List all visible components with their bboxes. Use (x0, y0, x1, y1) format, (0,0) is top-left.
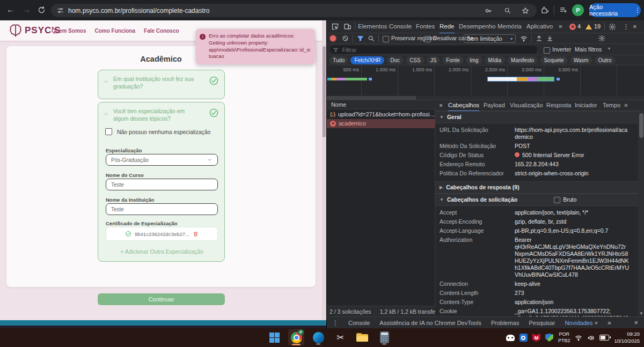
password-key-icon[interactable] (485, 7, 492, 14)
continuar-button[interactable]: Continuar (98, 293, 225, 305)
chevron-up-icon[interactable] (103, 111, 109, 117)
no-spec-row[interactable]: Não possuo nenhuma especialização (105, 128, 210, 135)
tab-desempenho[interactable]: Desempenho (459, 20, 495, 33)
raw-headers-label[interactable]: Bruto (563, 194, 576, 205)
devtools-close-icon[interactable]: × (633, 23, 637, 31)
details-scrollbar-thumb[interactable] (639, 113, 643, 138)
certificado-file-chip[interactable]: 9b41c236242dc3eb27... (106, 227, 218, 241)
chip-doc[interactable]: Doc (386, 56, 404, 64)
add-especializacao-link[interactable]: + Adicionar Outra Especialização (98, 248, 225, 255)
drawer-more-icon[interactable]: » (608, 319, 611, 327)
tab-rede[interactable]: Rede (440, 20, 455, 34)
wifi-tray-icon[interactable] (575, 334, 582, 342)
chip-js[interactable]: JS (427, 56, 441, 64)
network-search-icon[interactable] (368, 35, 375, 42)
battery-tray-icon[interactable] (599, 335, 609, 341)
filter-input-wrap[interactable] (330, 46, 537, 54)
nav-fale-conosco[interactable]: Fale Conosco (144, 28, 179, 34)
scroll-down-arrow-icon[interactable]: ▼ (639, 311, 643, 316)
tab-console[interactable]: Console (389, 20, 412, 33)
nav-quem-somos[interactable]: Quem Somos (52, 28, 86, 34)
nav-como-funciona[interactable]: Como Funciona (94, 28, 135, 34)
drawer-close-icon[interactable]: × (634, 319, 638, 327)
anydesk-tray-icon[interactable] (519, 334, 528, 342)
forward-icon[interactable]: → (23, 5, 31, 14)
close-details-icon[interactable]: × (439, 102, 443, 109)
zoom-icon[interactable] (504, 7, 511, 14)
language-indicator[interactable]: POR PTB2 (558, 331, 570, 344)
file-explorer-icon[interactable] (354, 329, 370, 345)
bookmark-star-icon[interactable] (522, 7, 529, 14)
invert-checkbox[interactable] (544, 47, 550, 54)
chrome-taskbar-icon[interactable]: P (288, 329, 304, 345)
chevron-down-icon[interactable] (103, 79, 109, 85)
warning-badge-icon[interactable] (586, 24, 592, 29)
page-scrollbar-thumb[interactable] (323, 46, 326, 137)
drawer-kebab-icon[interactable]: ⋮ (332, 319, 339, 327)
network-conditions-icon[interactable] (520, 35, 528, 42)
preserve-log-checkbox[interactable] (383, 36, 389, 42)
drawer-pesquisar[interactable]: Pesquisar (529, 320, 555, 326)
chip-tudo[interactable]: Tudo (329, 56, 348, 64)
more-filters-arrow-icon[interactable]: ▾ (608, 46, 610, 51)
instituicao-input[interactable] (106, 203, 218, 215)
action-needed-button[interactable]: Ação necessária ⋮ (589, 3, 641, 17)
tab-resposta[interactable]: Resposta (546, 100, 571, 110)
record-icon[interactable] (330, 35, 336, 41)
waterfall-bar-academico[interactable] (487, 77, 554, 82)
tab-memoria[interactable]: Memória (497, 20, 522, 33)
curso-input[interactable] (106, 179, 218, 190)
error-count[interactable]: 4 (577, 23, 581, 29)
start-button[interactable] (266, 329, 282, 345)
request-row-upload[interactable]: {;} upload?id=271&bucket=hom-profissio..… (327, 110, 435, 119)
section-request-headers[interactable]: ▼ Cabeçalhos de solicitação Bruto (435, 194, 638, 206)
more-tabs-icon[interactable]: » (559, 20, 562, 33)
warning-count[interactable]: 19 (594, 23, 601, 29)
network-settings-gear-icon[interactable] (598, 35, 605, 42)
timeline-scroll-thumb[interactable] (327, 96, 416, 100)
edge-taskbar-icon[interactable] (310, 329, 326, 345)
invert-label[interactable]: Inverter (552, 46, 572, 53)
url-bar[interactable]: hom.psycs.com.br/profissional/complete-c… (51, 4, 537, 17)
discord-tray-icon[interactable] (506, 335, 515, 341)
accordion-especializacao-question[interactable]: Você tem especialização em algum desses … (113, 107, 198, 122)
chip-outro[interactable]: Outro (595, 56, 616, 64)
tab-tempo[interactable]: Tempo (603, 100, 620, 110)
devtools-settings-gear-icon[interactable] (609, 23, 616, 31)
especializacao-select[interactable]: Pós-Graduação (106, 154, 218, 166)
drawer-novidades-close-icon[interactable]: × (594, 320, 597, 326)
tab-visualizacao[interactable]: Visualização (510, 100, 543, 110)
reading-list-icon[interactable] (559, 6, 567, 14)
waterfall-bar-upload[interactable] (327, 78, 372, 80)
volume-tray-icon[interactable] (587, 334, 595, 342)
more-filters-label[interactable]: Mais filtros (575, 46, 602, 53)
section-geral[interactable]: ▼ Geral (435, 111, 638, 123)
network-overview-timeline[interactable]: 500 ms 1.000 ms 1.500 ms 2.000 ms 2.500 … (327, 65, 644, 100)
raw-headers-checkbox[interactable] (554, 197, 560, 203)
calculator-icon[interactable] (376, 329, 392, 345)
snipping-tool-icon[interactable]: ✂ (332, 329, 348, 345)
chip-fonte[interactable]: Fonte (442, 56, 464, 64)
chip-wasm[interactable]: Wasm (570, 56, 592, 64)
column-header-nome[interactable]: Nome (327, 100, 435, 109)
back-icon[interactable]: ← (6, 5, 14, 14)
chip-fetch-xhr[interactable]: Fetch/XHR (350, 56, 384, 64)
drawer-novidades[interactable]: Novidades × (565, 320, 597, 326)
extensions-puzzle-icon[interactable] (540, 6, 548, 14)
reload-icon[interactable] (38, 6, 46, 14)
trash-icon[interactable] (193, 231, 199, 237)
inspect-element-icon[interactable] (331, 23, 339, 31)
chip-css[interactable]: CSS (406, 56, 425, 64)
filter-input[interactable] (341, 46, 535, 54)
more-detail-tabs-icon[interactable]: » (624, 100, 628, 110)
throttling-select[interactable]: Sem limitação ▾ (464, 34, 516, 43)
device-toolbar-icon[interactable] (343, 23, 352, 31)
clock[interactable]: 09:20 10/10/2025 (614, 331, 640, 345)
page-scrollbar[interactable] (322, 20, 326, 320)
no-spec-checkbox[interactable] (105, 128, 112, 135)
tab-cabecalhos[interactable]: Cabeçalhos (448, 100, 479, 112)
drawer-ai-assistance[interactable]: Assistência de IA no Chrome DevTools (379, 320, 481, 326)
clear-network-log-icon[interactable] (342, 35, 349, 42)
url-text[interactable]: hom.psycs.com.br/profissional/complete-c… (68, 7, 485, 14)
import-har-icon[interactable] (536, 35, 543, 42)
